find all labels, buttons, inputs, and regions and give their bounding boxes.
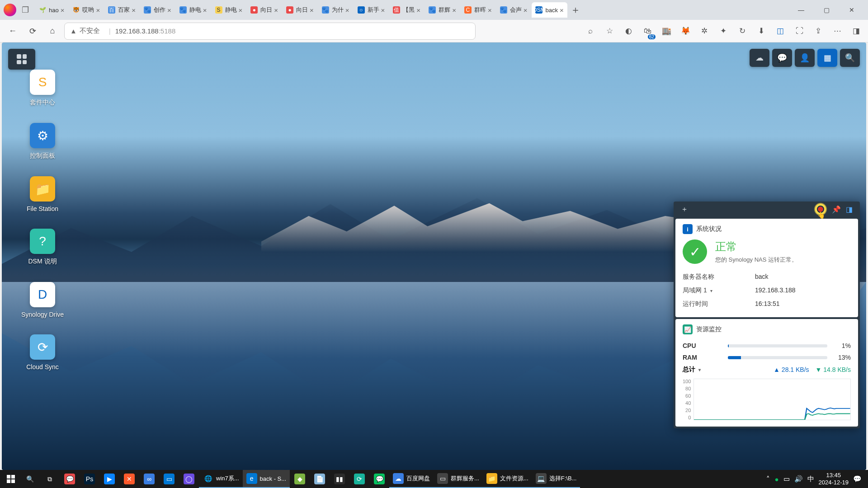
bookmark-star-icon[interactable]: ☆	[602, 24, 617, 38]
desktop-icon[interactable]: DSynology Drive	[15, 282, 70, 318]
taskbar-app[interactable]: eback - S...	[243, 470, 290, 488]
desktop-icon[interactable]: ?DSM 说明	[15, 229, 70, 266]
browser-tab[interactable]: 🐾创作×	[140, 2, 175, 18]
info-row[interactable]: 局域网 1 ▾192.168.3.188	[683, 284, 851, 297]
tab-close-icon[interactable]: ×	[488, 6, 492, 14]
taskbar-app[interactable]: ∞	[139, 470, 159, 488]
widget-add-button[interactable]: ＋	[678, 203, 691, 216]
menu-icon[interactable]: ⋯	[830, 24, 844, 38]
minimize-button[interactable]: —	[792, 3, 810, 17]
browser-tab[interactable]: 🐾会声×	[496, 2, 531, 18]
browser-tab[interactable]: 🐾静电×	[176, 2, 211, 18]
favorites-icon[interactable]: ✦	[716, 24, 731, 38]
downloads-icon[interactable]: ⬇	[754, 24, 769, 38]
taskbar-app[interactable]: ✕	[119, 470, 139, 488]
tray-notifications-icon[interactable]: 💬	[853, 475, 862, 483]
emoji-icon[interactable]: 🦊	[678, 24, 693, 38]
tab-close-icon[interactable]: ×	[416, 6, 420, 14]
dsm-notification-icon[interactable]: 💬	[772, 49, 792, 67]
tab-close-icon[interactable]: ×	[452, 6, 456, 14]
tab-close-icon[interactable]: ×	[132, 6, 136, 14]
browser-tab[interactable]: ●向日×	[247, 2, 282, 18]
taskbar-app[interactable]: ▮▮	[330, 470, 349, 488]
desktop-icon[interactable]: 📁File Station	[15, 176, 70, 212]
taskbar-app[interactable]: 💬	[369, 470, 389, 488]
tab-close-icon[interactable]: ×	[167, 6, 171, 14]
reload-button[interactable]: ⟳	[24, 23, 41, 39]
taskbar-app[interactable]: 🌐win7系...	[199, 470, 243, 488]
reader-icon[interactable]: ⌕	[583, 24, 598, 38]
puzzle-icon[interactable]: ✲	[697, 24, 712, 38]
share-icon[interactable]: ⇪	[811, 24, 826, 38]
start-button[interactable]	[2, 470, 20, 488]
home-button[interactable]: ⌂	[44, 23, 61, 39]
desktop-icon[interactable]: ⚙控制面板	[15, 123, 70, 160]
browser-tab[interactable]: C群晖×	[461, 2, 495, 18]
tab-close-icon[interactable]: ×	[345, 6, 349, 14]
tray-ime[interactable]: 中	[807, 475, 814, 483]
browser-tab[interactable]: 百百家×	[104, 2, 139, 18]
tray-wechat-icon[interactable]: ●	[774, 475, 778, 483]
widget-pin-button[interactable]: 📌	[830, 203, 843, 216]
browser-tab[interactable]: DSMback×	[532, 2, 567, 18]
taskbar-app[interactable]: ▶	[99, 470, 119, 488]
dsm-widgets-icon[interactable]: ▦	[817, 49, 837, 67]
taskbar-app[interactable]: ☁百度网盘	[389, 470, 434, 488]
tray-volume-icon[interactable]: 🔊	[794, 475, 803, 483]
browser-tab[interactable]: 🐯哎哟×	[69, 2, 104, 18]
browser-tab[interactable]: 值【黑×	[389, 2, 424, 18]
taskbar-app[interactable]: ▭群辉服务...	[434, 470, 483, 488]
tab-close-icon[interactable]: ×	[381, 6, 385, 14]
firefox-logo-icon[interactable]	[4, 4, 16, 16]
tab-close-icon[interactable]: ×	[61, 6, 65, 14]
tab-close-icon[interactable]: ×	[203, 6, 207, 14]
sidebar-icon[interactable]: ◨	[849, 24, 863, 38]
browser-tab[interactable]: 🌱hao×	[35, 2, 68, 18]
taskbar-app[interactable]: 💬	[60, 470, 80, 488]
dsm-search-icon[interactable]: 🔍	[840, 49, 860, 67]
desktop-icon[interactable]: S套件中心	[15, 70, 70, 107]
taskbar-app[interactable]: 📄	[310, 470, 330, 488]
workspace-icon[interactable]: ❐	[19, 4, 32, 16]
widget-collapse-button[interactable]: ◨	[843, 203, 855, 216]
taskbar-app[interactable]: 💻选择F:\B...	[532, 470, 580, 488]
store-icon[interactable]: 🏬	[659, 24, 674, 38]
collections-icon[interactable]: ◫	[773, 24, 788, 38]
dsm-apps-button[interactable]	[8, 49, 35, 70]
shield-icon[interactable]: ◐	[621, 24, 636, 38]
back-button[interactable]: ←	[5, 23, 21, 39]
desktop-icon[interactable]: ⟳Cloud Sync	[15, 334, 70, 371]
screenshot-icon[interactable]: ⛶	[792, 24, 807, 38]
tray-chevron-icon[interactable]: ˄	[766, 475, 770, 483]
close-button[interactable]: ✕	[843, 3, 861, 17]
tab-close-icon[interactable]: ×	[239, 6, 243, 14]
tab-close-icon[interactable]: ×	[96, 6, 100, 14]
extension-icon[interactable]: 🛍62	[640, 24, 655, 38]
taskbar-app[interactable]: ◆	[290, 470, 310, 488]
taskbar-app[interactable]: ⟳	[349, 470, 369, 488]
tab-close-icon[interactable]: ×	[560, 6, 564, 14]
browser-tab[interactable]: ○新手×	[354, 2, 389, 18]
maximize-button[interactable]: ▢	[817, 3, 835, 17]
tab-close-icon[interactable]: ×	[274, 6, 278, 14]
taskbar-clock[interactable]: 13:45 2024-12-19	[819, 472, 849, 486]
taskbar-app[interactable]: ◯	[179, 470, 199, 488]
tray-battery-icon[interactable]: ▭	[783, 475, 790, 483]
browser-tab[interactable]: 🐾群辉×	[425, 2, 460, 18]
dsm-upload-icon[interactable]: ☁	[750, 49, 769, 67]
dsm-user-icon[interactable]: 👤	[795, 49, 815, 67]
taskbar-app[interactable]: 📁文件资源...	[483, 470, 532, 488]
tab-close-icon[interactable]: ×	[524, 6, 528, 14]
taskbar-app[interactable]: ▭	[159, 470, 179, 488]
dsm-desktop[interactable]: ☁ 💬 👤 ▦ 🔍 S套件中心⚙控制面板📁File Station?DSM 说明…	[2, 42, 866, 470]
network-total[interactable]: 总计 ▾ ▲ 28.1 KB/s ▼ 14.8 KB/s	[683, 363, 851, 376]
browser-tab[interactable]: ●向日×	[283, 2, 317, 18]
taskbar-app[interactable]: Ps	[80, 470, 99, 488]
url-input[interactable]: ▲ 不安全 | 192.168.3.188:5188	[64, 23, 476, 40]
taskbar-app[interactable]: ⧉	[40, 470, 60, 488]
tab-close-icon[interactable]: ×	[310, 6, 314, 14]
taskbar-app[interactable]: 🔍	[20, 470, 40, 488]
new-tab-button[interactable]: ＋	[568, 3, 583, 17]
browser-tab[interactable]: S静电×	[212, 2, 246, 18]
history-icon[interactable]: ↻	[735, 24, 750, 38]
